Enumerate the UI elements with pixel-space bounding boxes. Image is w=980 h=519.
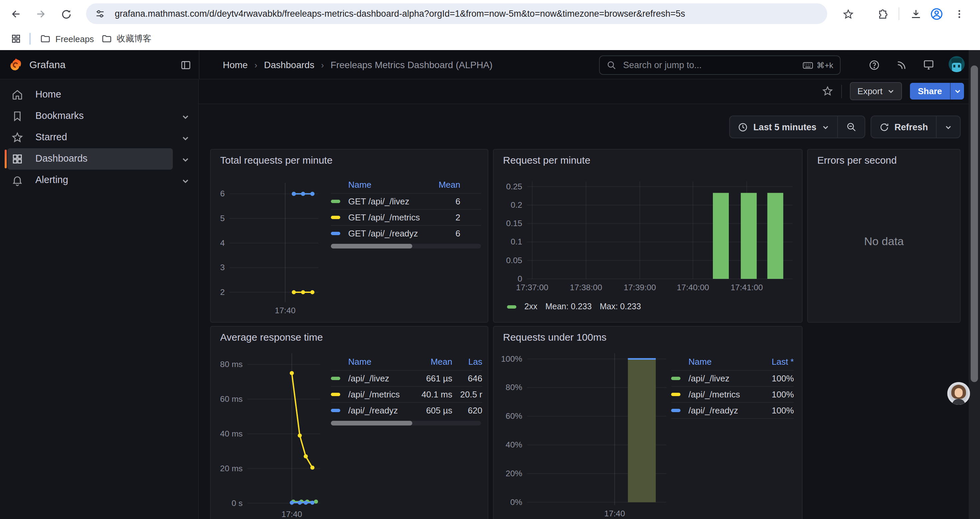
legend-mean: Mean: 0.233 [546, 302, 592, 311]
bookmark-folder-blogs[interactable]: 收藏博客 [97, 31, 156, 47]
panel-title[interactable]: Errors per second [817, 154, 897, 166]
chevron-down-icon[interactable] [181, 177, 189, 185]
bookmark-folder-freeleaps[interactable]: Freeleaps [36, 31, 98, 47]
chevron-down-icon[interactable] [181, 134, 189, 142]
grafana-logo[interactable] [9, 57, 23, 72]
sidebar-item-label: Alerting [35, 174, 68, 185]
share-button[interactable]: Share [910, 83, 950, 99]
url-bar[interactable]: grafana.mathmast.com/d/deytv4rwavabkb/fr… [86, 3, 827, 24]
legend-scrollbar[interactable] [331, 244, 481, 249]
legend-swatch [507, 305, 516, 308]
sidebar-item-label: Home [35, 89, 61, 99]
legend-series-name: 2xx [524, 302, 538, 311]
favorite-star-icon[interactable] [822, 86, 834, 97]
bookmark-star-icon[interactable] [839, 5, 857, 23]
download-icon[interactable] [907, 5, 924, 23]
breadcrumb-current: Freeleaps Metrics Dashboard (ALPHA) [331, 59, 493, 70]
user-avatar[interactable] [949, 56, 965, 72]
refresh-button[interactable]: Refresh [871, 116, 936, 137]
svg-text:2: 2 [220, 287, 225, 297]
svg-text:20%: 20% [506, 469, 522, 478]
panel-requests-under-100ms: Requests under 100ms 100%80%60%40%20%0%1… [493, 326, 803, 519]
legend-2xx[interactable]: 2xx Mean: 0.233 Max: 0.233 [507, 302, 641, 311]
sidebar-item-alerting[interactable]: Alerting [0, 170, 198, 191]
legend-table[interactable]: NameMeanGET /api/_/livez6GET /api/_/metr… [331, 176, 481, 241]
search-box[interactable]: ⌘+k [599, 56, 841, 75]
floating-assistant-avatar[interactable] [947, 382, 970, 405]
svg-text:17:41:00: 17:41:00 [730, 283, 763, 292]
time-range-label: Last 5 minutes [753, 122, 816, 132]
sidebar-toggle-icon[interactable] [179, 58, 192, 72]
svg-text:6: 6 [220, 189, 225, 198]
breadcrumb-dashboards[interactable]: Dashboards [264, 59, 314, 70]
request-per-minute-chart[interactable]: 0.250.20.150.10.05017:37:0017:38:0017:39… [494, 150, 802, 322]
share-dropdown-button[interactable] [950, 83, 964, 99]
svg-text:17:40:00: 17:40:00 [677, 283, 709, 292]
time-range-picker[interactable]: Last 5 minutes [730, 116, 837, 137]
no-data-message: No data [808, 235, 960, 249]
svg-text:5: 5 [220, 214, 225, 223]
svg-text:100%: 100% [501, 354, 522, 363]
panel-average-response-time: Average response time 80 ms60 ms40 ms20 … [210, 326, 488, 519]
chevron-down-icon [945, 123, 952, 131]
help-icon[interactable] [867, 58, 881, 72]
home-icon [11, 89, 23, 101]
news-rss-icon[interactable] [895, 58, 908, 72]
svg-text:17:40: 17:40 [282, 509, 302, 519]
chevron-down-icon [954, 88, 961, 95]
sidebar-item-bookmarks[interactable]: Bookmarks [0, 105, 198, 127]
svg-text:0 s: 0 s [231, 498, 242, 508]
svg-text:60%: 60% [506, 411, 522, 420]
sidebar-item-label: Starred [35, 132, 67, 142]
sidebar-item-label: Bookmarks [35, 110, 84, 121]
bookmarks-divider [29, 33, 31, 45]
extensions-icon[interactable] [874, 5, 891, 23]
star-icon [11, 132, 23, 144]
page-scrollbar [969, 50, 980, 519]
legend-table[interactable]: NameMeanLas/api/_/livez661 µs646/api/_/m… [331, 353, 482, 418]
chevron-down-icon[interactable] [181, 113, 189, 121]
scrollbar-thumb[interactable] [970, 65, 978, 382]
zoom-out-button[interactable] [838, 116, 864, 137]
svg-text:17:37:00: 17:37:00 [516, 283, 548, 292]
dashboard-actions-row: Export Share [199, 79, 980, 104]
svg-text:17:40: 17:40 [275, 306, 296, 315]
apps-grid-icon[interactable] [7, 31, 25, 47]
profile-icon[interactable] [928, 5, 945, 23]
browser-menu-icon[interactable] [951, 5, 968, 23]
reload-icon[interactable] [57, 5, 75, 23]
refresh-icon [879, 122, 889, 132]
monitor-icon[interactable] [922, 58, 935, 72]
dashboard-canvas: Last 5 minutes Refresh [199, 104, 969, 519]
chevron-down-icon[interactable] [181, 156, 189, 164]
nav-sidebar: Home Bookmarks Starred Dashboards Alerti… [0, 79, 199, 519]
breadcrumb-separator: › [255, 60, 258, 70]
svg-text:0.25: 0.25 [506, 182, 522, 191]
legend-scrollbar[interactable] [331, 421, 481, 425]
refresh-label: Refresh [894, 122, 928, 132]
zoom-out-icon [846, 121, 856, 132]
svg-text:17:39:00: 17:39:00 [624, 283, 656, 292]
bookmark-label: 收藏博客 [117, 33, 151, 45]
legend-table[interactable]: NameLast */api/_/livez100%/api/_/metrics… [671, 353, 794, 419]
screen: grafana.mathmast.com/d/deytv4rwavabkb/fr… [0, 0, 980, 519]
browser-toolbar: grafana.mathmast.com/d/deytv4rwavabkb/fr… [0, 0, 980, 27]
header-divider [199, 50, 199, 79]
sidebar-item-starred[interactable]: Starred [0, 127, 198, 148]
sidebar-item-dashboards[interactable]: Dashboards [0, 148, 198, 170]
grafana-header: Grafana Home › Dashboards › Freeleaps Me… [0, 50, 980, 80]
apps-icon [11, 153, 23, 165]
sidebar-item-home[interactable]: Home [0, 84, 198, 105]
refresh-interval-dropdown[interactable] [937, 116, 960, 137]
breadcrumb-home[interactable]: Home [223, 59, 248, 70]
time-controls: Last 5 minutes Refresh [729, 115, 961, 138]
svg-text:0.1: 0.1 [511, 237, 522, 246]
svg-text:60 ms: 60 ms [220, 394, 243, 404]
back-icon[interactable] [7, 5, 25, 23]
svg-text:40%: 40% [506, 440, 522, 449]
export-button[interactable]: Export [850, 82, 902, 100]
svg-text:0: 0 [518, 274, 522, 283]
bookmarks-bar: Freeleaps 收藏博客 [0, 27, 980, 50]
search-input[interactable] [622, 59, 803, 71]
forward-icon[interactable] [32, 5, 49, 23]
